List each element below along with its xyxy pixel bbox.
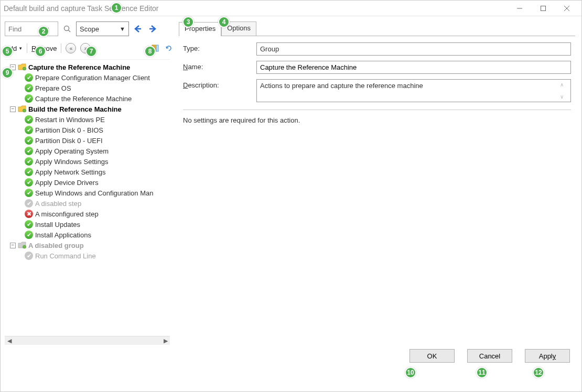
tree-label: Partition Disk 0 - BIOS [35,126,103,134]
tree-label: Run Command Line [35,252,96,260]
tree-node[interactable]: ✔Install Applications [7,230,170,240]
svg-rect-10 [156,45,158,51]
callout-4: 4 [218,16,230,28]
tree-node[interactable]: ✔Capture the Reference Machine [7,93,170,104]
callout-7: 7 [85,46,97,57]
tree-node[interactable]: ✔Setup Windows and Configuration Man [7,188,170,198]
expander-icon[interactable]: − [10,106,16,112]
tree-node[interactable]: ✔Run Command Line [7,251,170,261]
callout-12: 12 [533,367,544,378]
tree-panel[interactable]: −Capture the Reference Machine✔Prepare C… [5,59,170,345]
tree-node[interactable]: −A disabled group [7,240,170,251]
tree-label: Capture the Reference Machine [28,63,130,71]
info-text: No settings are required for this action… [183,116,571,124]
tree-node[interactable]: ✔Apply Operating System [7,146,170,156]
tree-label: Install Applications [35,231,91,239]
callout-9: 9 [2,67,13,79]
scroll-left-icon[interactable]: ◀ [5,336,14,345]
tree-node[interactable]: ✔Apply Network Settings [7,167,170,177]
tree-node[interactable]: ✔Apply Device Drivers [7,177,170,188]
scroll-right-icon[interactable]: ▶ [161,336,170,345]
callout-3: 3 [182,16,194,28]
apply-button[interactable]: Apply [525,349,570,363]
tree-node[interactable]: ✔Restart in Windows PE [7,114,170,125]
textarea-scroll[interactable]: ∧∨ [560,82,567,100]
callout-1: 1 [111,2,122,14]
tree-label: A misconfigured step [35,210,99,218]
tree-label: Partition Disk 0 - UEFI [35,137,103,145]
tree-node[interactable]: ✔Install Updates [7,219,170,230]
maximize-button[interactable] [531,1,555,16]
tree-label: Apply Windows Settings [35,158,108,166]
tree-label: A disabled group [28,242,84,249]
tree-label: Setup Windows and Configuration Man [35,189,153,197]
callout-8: 8 [144,46,156,57]
folder-icon [18,63,26,71]
refresh-icon[interactable] [164,43,174,53]
titlebar: Default build and capture Task Sequence … [1,1,581,16]
cancel-button[interactable]: Cancel [467,349,512,363]
ok-button[interactable]: OK [409,349,455,363]
tree-node[interactable]: ✔Prepare Configuration Manager Client [7,72,170,83]
folder-icon [18,242,26,249]
scope-label: Scope [80,25,99,33]
name-label: Name: [183,61,256,71]
callout-5: 5 [2,46,13,57]
svg-point-13 [23,245,26,248]
callout-2: 2 [38,26,49,37]
svg-line-5 [69,30,71,32]
tree-label: Restart in Windows PE [35,116,105,124]
nav-forward-button[interactable] [147,23,158,35]
callout-10: 10 [405,367,416,378]
tree-label: Build the Reference Machine [28,105,122,113]
window-title: Default build and capture Task Sequence … [4,4,508,13]
nav-back-button[interactable] [132,23,144,35]
search-button[interactable] [61,23,73,35]
tree-label: Apply Device Drivers [35,179,99,187]
tree-node[interactable]: ✔Prepare OS [7,83,170,93]
caret-down-icon: ▼ [18,46,23,51]
tree-label: Capture the Reference Machine [35,95,132,103]
tree-label: A disabled step [35,200,81,208]
tabs: Properties Options [179,21,575,36]
separator [27,43,27,53]
find-box[interactable]: x [5,21,58,36]
move-up-button[interactable]: « [66,43,76,53]
type-label: Type: [183,42,256,52]
divider [183,110,571,110]
svg-point-11 [23,67,26,70]
svg-rect-1 [541,6,545,10]
tree-node[interactable]: ✔Partition Disk 0 - BIOS [7,125,170,135]
name-field[interactable] [256,61,571,74]
tree-node[interactable]: ✖A misconfigured step [7,209,170,219]
tree-label: Prepare Configuration Manager Client [35,74,150,82]
tree-node[interactable]: ✔Apply Windows Settings [7,156,170,167]
callout-11: 11 [476,367,488,378]
tree-label: Apply Operating System [35,147,109,155]
tree-node[interactable]: −Build the Reference Machine [7,104,170,114]
tree-node[interactable]: ✔A disabled step [7,198,170,209]
minimize-button[interactable] [508,1,531,16]
tree-label: Install Updates [35,221,80,228]
close-button[interactable] [555,1,578,16]
type-field: Group [256,42,571,56]
tree-node[interactable]: ✔Partition Disk 0 - UEFI [7,135,170,146]
description-field[interactable]: Actions to prepare and capture the refer… [256,79,571,102]
tree-node[interactable]: −Capture the Reference Machine [7,62,170,72]
svg-point-4 [64,26,69,31]
tree-label: Apply Network Settings [35,168,105,176]
horizontal-scrollbar[interactable]: ◀ ▶ [5,336,170,345]
expander-icon[interactable]: − [10,243,16,248]
tree-label: Prepare OS [35,84,71,92]
callout-6: 6 [35,46,46,57]
svg-point-12 [23,109,26,112]
description-label: Description: [183,79,256,89]
chevron-down-icon: ▼ [120,26,125,32]
scope-select[interactable]: Scope ▼ [76,21,129,36]
separator [61,43,61,53]
folder-icon [18,105,26,113]
